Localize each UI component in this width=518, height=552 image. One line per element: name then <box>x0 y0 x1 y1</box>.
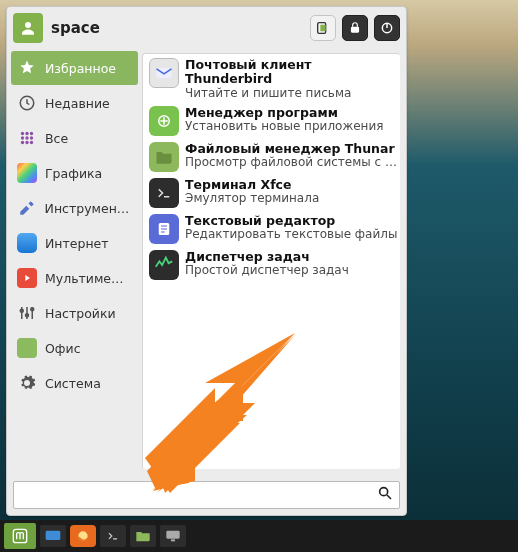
taskbar-files[interactable] <box>130 525 156 547</box>
app-title: Терминал Xfce <box>185 178 394 192</box>
grid-icon <box>17 128 37 148</box>
apps-pane: Почтовый клиент Thunderbird Читайте и пи… <box>142 53 400 469</box>
username-label: space <box>51 19 302 37</box>
svg-rect-42 <box>46 531 61 540</box>
sidebar-item-favorites[interactable]: Избранное <box>11 51 138 85</box>
monitor-icon <box>165 529 181 543</box>
svg-point-12 <box>30 136 33 139</box>
session-buttons <box>310 15 400 41</box>
sidebar-item-label: Интернет <box>45 236 109 251</box>
app-description: Просмотр файловой системы с … <box>185 156 397 169</box>
lock-icon <box>348 21 362 35</box>
start-menu-button[interactable] <box>4 523 36 549</box>
sidebar-item-label: Мультимедиа <box>45 271 132 286</box>
svg-rect-3 <box>351 27 359 33</box>
taskbar-show-desktop[interactable] <box>40 525 66 547</box>
lock-button[interactable] <box>342 15 368 41</box>
app-item-task-manager[interactable]: Диспетчер задач Простой диспетчер задач <box>145 248 398 284</box>
sidebar-item-multimedia[interactable]: Мультимедиа <box>11 261 138 295</box>
sidebar-item-label: Система <box>45 376 101 391</box>
sidebar-item-system[interactable]: Система <box>11 366 138 400</box>
search-input[interactable] <box>20 488 377 503</box>
office-icon <box>17 338 37 358</box>
palette-icon <box>17 163 37 183</box>
app-title: Диспетчер задач <box>185 250 394 264</box>
desktop-icon <box>45 530 61 542</box>
star-icon <box>17 58 37 78</box>
app-item-software-manager[interactable]: Менеджер программ Установить новые прило… <box>145 104 398 140</box>
firefox-icon <box>76 529 90 543</box>
app-description: Редактировать текстовые файлы <box>185 228 397 241</box>
app-title: Файловый менеджер Thunar <box>185 142 397 156</box>
sliders-icon <box>17 303 37 323</box>
sidebar-item-internet[interactable]: Интернет <box>11 226 138 260</box>
category-sidebar: Избранное Недавние Все Графика <box>7 47 142 475</box>
svg-point-15 <box>30 141 33 144</box>
terminal-icon <box>149 178 179 208</box>
app-item-thunar[interactable]: Файловый менеджер Thunar Просмотр файлов… <box>145 140 398 176</box>
app-item-text-editor[interactable]: Текстовый редактор Редактировать текстов… <box>145 212 398 248</box>
user-icon <box>19 19 37 37</box>
store-icon <box>149 106 179 136</box>
clock-icon <box>17 93 37 113</box>
folder-icon <box>135 530 151 542</box>
mint-logo-icon <box>10 526 30 546</box>
sidebar-item-label: Настройки <box>45 306 116 321</box>
search-box[interactable] <box>13 481 400 509</box>
app-item-terminal[interactable]: Терминал Xfce Эмулятор терминала <box>145 176 398 212</box>
menu-body: Избранное Недавние Все Графика <box>7 47 406 475</box>
svg-line-26 <box>387 495 391 499</box>
svg-rect-2 <box>320 25 325 32</box>
folder-icon <box>149 142 179 172</box>
start-menu: space Избранное <box>6 6 407 516</box>
globe-icon <box>17 233 37 253</box>
svg-point-25 <box>380 488 388 496</box>
power-icon <box>380 21 394 35</box>
sidebar-item-graphics[interactable]: Графика <box>11 156 138 190</box>
app-title: Текстовый редактор <box>185 214 397 228</box>
svg-point-11 <box>25 136 28 139</box>
sidebar-item-recent[interactable]: Недавние <box>11 86 138 120</box>
logout-icon <box>315 20 331 36</box>
svg-point-0 <box>25 22 31 28</box>
gear-icon <box>17 373 37 393</box>
sidebar-item-label: Все <box>45 131 68 146</box>
sidebar-item-all[interactable]: Все <box>11 121 138 155</box>
taskbar <box>0 520 518 552</box>
svg-point-14 <box>25 141 28 144</box>
svg-point-19 <box>20 309 23 312</box>
mail-icon <box>149 58 179 88</box>
text-editor-icon <box>149 214 179 244</box>
svg-point-8 <box>25 132 28 135</box>
taskbar-monitor[interactable] <box>160 525 186 547</box>
svg-point-10 <box>21 136 24 139</box>
sidebar-item-office[interactable]: Офис <box>11 331 138 365</box>
app-description: Установить новые приложения <box>185 120 394 133</box>
sidebar-item-label: Офис <box>45 341 81 356</box>
sidebar-item-settings[interactable]: Настройки <box>11 296 138 330</box>
task-manager-icon <box>149 250 179 280</box>
svg-point-21 <box>31 308 34 311</box>
svg-rect-45 <box>171 539 175 541</box>
app-description: Читайте и пишите письма <box>185 87 394 100</box>
sidebar-item-label: Графика <box>45 166 102 181</box>
svg-rect-44 <box>166 531 179 539</box>
sidebar-item-label: Недавние <box>45 96 110 111</box>
taskbar-firefox[interactable] <box>70 525 96 547</box>
taskbar-terminal[interactable] <box>100 525 126 547</box>
play-icon <box>17 268 37 288</box>
svg-point-20 <box>26 314 29 317</box>
svg-point-9 <box>30 132 33 135</box>
user-avatar[interactable] <box>13 13 43 43</box>
tools-icon <box>17 198 37 218</box>
app-title: Менеджер программ <box>185 106 394 120</box>
logout-button[interactable] <box>310 15 336 41</box>
search-icon <box>377 485 393 505</box>
sidebar-item-label: Избранное <box>45 61 116 76</box>
app-description: Эмулятор терминала <box>185 192 394 205</box>
power-button[interactable] <box>374 15 400 41</box>
app-item-thunderbird[interactable]: Почтовый клиент Thunderbird Читайте и пи… <box>145 56 398 104</box>
svg-point-13 <box>21 141 24 144</box>
sidebar-item-tools[interactable]: Инструменты <box>11 191 138 225</box>
app-description: Простой диспетчер задач <box>185 264 394 277</box>
